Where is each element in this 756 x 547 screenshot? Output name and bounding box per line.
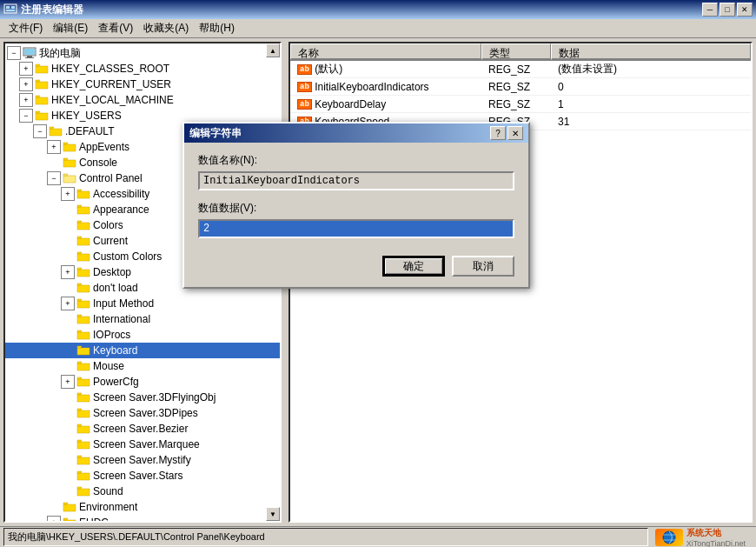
menu-view[interactable]: 查看(V) (93, 19, 138, 37)
expand-input-method[interactable]: + (61, 297, 75, 310)
expand-classes-root[interactable]: + (19, 62, 33, 76)
ss-stars-label: Screen Saver.Stars (93, 470, 182, 482)
dialog-title-bar: 编辑字符串 ? ✕ (184, 123, 528, 143)
sound-label: Sound (93, 485, 123, 497)
menu-file[interactable]: 文件(F) (3, 19, 48, 37)
tree-item-ss-marquee[interactable]: Screen Saver.Marquee (5, 437, 280, 452)
title-bar: 注册表编辑器 ─ □ ✕ (0, 0, 756, 19)
folder-icon-ss-stars (76, 470, 90, 482)
ok-button[interactable]: 确定 (382, 256, 445, 277)
value-name-input[interactable] (198, 171, 514, 190)
cancel-button[interactable]: 取消 (452, 256, 514, 277)
tree-item-ioprocs[interactable]: IOProcs (5, 327, 280, 343)
folder-icon-accessibility (76, 188, 90, 200)
folder-icon-keyboard (76, 344, 90, 357)
svg-rect-1 (6, 6, 10, 9)
tree-scroll-up[interactable]: ▲ (266, 43, 280, 57)
current-label: Current (93, 235, 128, 247)
tree-item-eudc[interactable]: + EUDC (5, 515, 280, 523)
tree-item-keyboard[interactable]: Keyboard (5, 343, 280, 358)
tree-item-input-method[interactable]: + Input Method (5, 296, 280, 311)
row-type-default: REG_SZ (481, 63, 551, 76)
folder-icon-console (63, 157, 76, 169)
tree-item-powercfg[interactable]: + PowerCfg (5, 374, 280, 390)
value-data-input[interactable] (198, 219, 514, 238)
col-header-name[interactable]: 名称 (290, 43, 481, 60)
tree-item-ss-3dflying[interactable]: Screen Saver.3DFlyingObj (5, 390, 280, 405)
reg-icon-kbd-delay: ab (297, 99, 312, 110)
tree-item-ss-3dpipes[interactable]: Screen Saver.3DPipes (5, 405, 280, 421)
expand-local-machine[interactable]: + (19, 93, 33, 107)
expand-current-user[interactable]: + (19, 77, 33, 91)
ss-3dflying-label: Screen Saver.3DFlyingObj (93, 391, 216, 404)
expand-hkey-users[interactable]: − (19, 109, 33, 123)
expand-desktop[interactable]: + (61, 265, 75, 279)
tree-item-local-machine[interactable]: + HKEY_LOCAL_MACHINE (5, 92, 280, 108)
menu-favorites[interactable]: 收藏夹(A) (138, 19, 194, 37)
row-name-kbd-delay: ab KeyboardDelay (290, 98, 481, 110)
menu-help[interactable]: 帮助(H) (194, 19, 240, 37)
expand-sound-placeholder (61, 484, 75, 498)
svg-rect-2 (11, 6, 15, 9)
powercfg-label: PowerCfg (93, 376, 139, 388)
tree-item-international[interactable]: International (5, 311, 280, 327)
tree-item-ss-stars[interactable]: Screen Saver.Stars (5, 468, 280, 484)
dialog-close-button[interactable]: ✕ (507, 126, 523, 140)
accessibility-label: Accessibility (93, 188, 149, 200)
expand-eudc[interactable]: + (47, 516, 61, 523)
folder-icon-powercfg (76, 376, 90, 388)
expand-ss3dflying-placeholder (61, 390, 75, 404)
folder-icon-local-machine (35, 94, 49, 106)
svg-rect-7 (25, 57, 34, 58)
expand-colors-placeholder (61, 218, 75, 232)
expand-powercfg[interactable]: + (61, 375, 75, 389)
table-row[interactable]: ab KeyboardDelay REG_SZ 1 (290, 96, 751, 113)
expand-appevents[interactable]: + (47, 140, 61, 154)
expand-default[interactable]: − (33, 124, 47, 138)
folder-icon-control-panel (63, 172, 76, 184)
value-data-label: 数值数据(V): (198, 201, 514, 216)
row-data-kbd-delay: 1 (551, 98, 751, 110)
expand-appearance-placeholder (61, 203, 75, 217)
computer-icon (23, 47, 36, 59)
col-header-data[interactable]: 数据 (551, 43, 751, 60)
row-type-initial-kbd: REG_SZ (481, 81, 551, 93)
status-bar: 我的电脑\HKEY_USERS\.DEFAULT\Control Panel\K… (0, 526, 756, 547)
app-icon (3, 3, 17, 17)
colors-label: Colors (93, 219, 123, 231)
tree-item-sound[interactable]: Sound (5, 484, 280, 499)
svg-point-8 (663, 531, 675, 544)
expand-environment-placeholder (47, 500, 61, 514)
table-row[interactable]: ab InitialKeyboardIndicators REG_SZ 0 (290, 78, 751, 96)
dialog-help-button[interactable]: ? (490, 126, 506, 140)
expand-ss3dpipes-placeholder (61, 406, 75, 420)
close-button[interactable]: ✕ (737, 3, 753, 17)
col-header-type[interactable]: 类型 (481, 43, 551, 60)
folder-icon-input-method (76, 297, 90, 310)
menu-edit[interactable]: 编辑(E) (48, 19, 93, 37)
tree-item-mouse[interactable]: Mouse (5, 358, 280, 374)
expand-mypc[interactable]: − (7, 46, 21, 60)
row-name-initial-kbd: ab InitialKeyboardIndicators (290, 81, 481, 93)
expand-accessibility[interactable]: + (61, 187, 75, 201)
table-row[interactable]: ab (默认) REG_SZ (数值未设置) (290, 61, 751, 78)
tree-item-current-user[interactable]: + HKEY_CURRENT_USER (5, 77, 280, 92)
expand-control-panel[interactable]: − (47, 171, 61, 185)
tree-scroll-down[interactable]: ▼ (266, 507, 280, 521)
watermark-text: 系统天地 XiTongTianDi.net (686, 527, 746, 548)
tree-item-classes-root[interactable]: + HKEY_CLASSES_ROOT (5, 61, 280, 77)
minimize-button[interactable]: ─ (702, 3, 718, 17)
svg-rect-5 (24, 49, 35, 55)
expand-current-placeholder (61, 234, 75, 248)
tree-item-mypc[interactable]: − 我的电脑 (5, 45, 280, 61)
reg-icon-initial-kbd: ab (297, 82, 312, 92)
folder-icon-current (76, 235, 90, 247)
main-window: 注册表编辑器 ─ □ ✕ 文件(F) 编辑(E) 查看(V) 收藏夹(A) 帮助… (0, 0, 756, 547)
expand-international-placeholder (61, 312, 75, 326)
tree-item-environment[interactable]: Environment (5, 499, 280, 515)
expand-ssstars-placeholder (61, 469, 75, 483)
tree-item-ss-mystify[interactable]: Screen Saver.Mystify (5, 452, 280, 468)
folder-icon-desktop (76, 266, 90, 278)
tree-item-ss-bezier[interactable]: Screen Saver.Bezier (5, 421, 280, 437)
maximize-button[interactable]: □ (720, 3, 735, 17)
